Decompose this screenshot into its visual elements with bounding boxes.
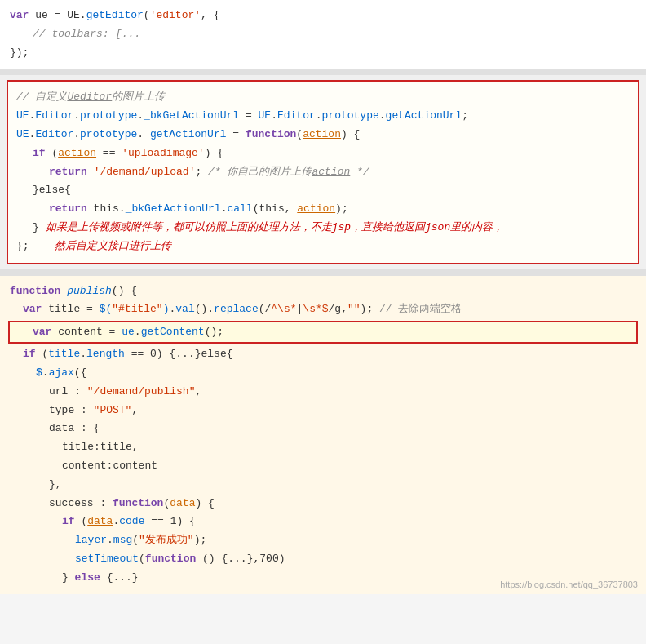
- bottom-line-5: $.ajax({: [0, 364, 646, 383]
- bottom-line-11: },: [0, 476, 646, 495]
- code-line-1: var ue = UE.getEditor('editor', {: [0, 7, 646, 25]
- bottom-line-1: function publish() {: [0, 282, 646, 301]
- top-code-block: var ue = UE.getEditor('editor', { // too…: [0, 0, 646, 69]
- bottom-line-10: content:content: [0, 457, 646, 476]
- bottom-line-6: url : "/demand/publish",: [0, 383, 646, 402]
- bottom-line-4: if (title.length == 0) {...}else{: [0, 345, 646, 364]
- bottom-line-13: if (data.code == 1) {: [0, 513, 646, 531]
- code-line-4: UE.Editor.prototype._bkGetActionUrl = UE…: [16, 107, 630, 126]
- red-box-1: // 自定义Ueditor的图片上传 UE.Editor.prototype._…: [7, 80, 639, 264]
- bottom-code-block: function publish() { var title = $("#tit…: [0, 276, 646, 594]
- watermark: https://blog.csdn.net/qq_36737803: [500, 580, 638, 589]
- code-line-3: });: [0, 44, 646, 63]
- code-line-9: return this._bkGetActionUrl.call(this, a…: [16, 200, 630, 219]
- code-line-6: if (action == 'uploadimage') {: [16, 144, 630, 163]
- code-line-8: }else{: [16, 181, 630, 200]
- content-line-highlighted: var content = ue.getContent(); 获取框里的内容: [8, 321, 638, 344]
- bottom-line-15: setTimeout(function () {...},700): [0, 550, 646, 569]
- code-line-5: UE.Editor.prototype. getActionUrl = func…: [16, 126, 630, 144]
- code-line-2: // toolbars: [...: [0, 25, 646, 44]
- bottom-line-9: title:title,: [0, 438, 646, 457]
- code-line-7: return '/demand/upload'; /* 你自己的图片上传acti…: [16, 163, 630, 182]
- separator-2: [0, 269, 646, 276]
- bottom-line-14: layer.msg("发布成功");: [0, 531, 646, 550]
- bottom-line-7: type : "POST",: [0, 402, 646, 420]
- separator-1: [0, 69, 646, 75]
- comment-line: // 自定义Ueditor的图片上传: [16, 88, 630, 107]
- bottom-line-12: success : function(data) {: [0, 495, 646, 513]
- code-line-11: }; 然后自定义接口进行上传: [16, 238, 630, 256]
- code-line-10: } 如果是上传视频或附件等，都可以仿照上面的处理方法，不走jsp，直接给他返回j…: [16, 219, 630, 238]
- bottom-line-2: var title = $("#title").val().replace(/^…: [0, 300, 646, 319]
- bottom-line-8: data : {: [0, 420, 646, 438]
- var-keyword: var: [10, 7, 29, 24]
